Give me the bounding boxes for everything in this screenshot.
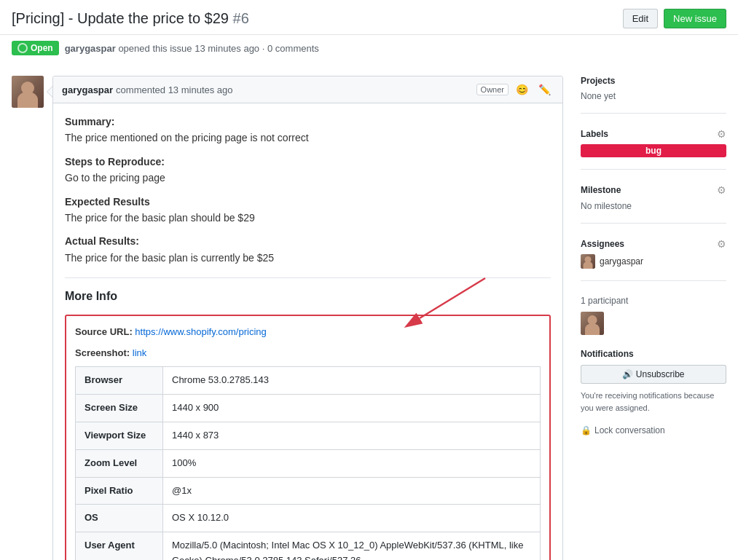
table-row: Zoom Level100%: [76, 449, 541, 477]
sidebar-milestone: Milestone ⚙ No milestone: [581, 184, 726, 224]
assignee-avatar-image: [581, 254, 595, 269]
new-issue-button[interactable]: New issue: [664, 9, 726, 28]
sidebar: Projects None yet Labels ⚙ bug Milestone…: [581, 76, 726, 560]
table-cell-value: @1x: [163, 477, 541, 505]
comment-author: garygaspar: [62, 84, 113, 95]
edit-button[interactable]: Edit: [623, 9, 658, 28]
labels-gear-icon[interactable]: ⚙: [717, 128, 726, 140]
table-cell-key: Screen Size: [76, 395, 163, 422]
owner-badge: Owner: [476, 84, 509, 95]
table-cell-value: 100%: [163, 449, 541, 477]
open-icon: [17, 43, 28, 53]
notifications-title: Notifications: [581, 349, 726, 359]
page-title: [Pricing] - Update the price to $29 #6: [12, 10, 249, 27]
header-buttons: Edit New issue: [623, 9, 726, 28]
edit-comment-button[interactable]: ✏️: [535, 82, 554, 97]
sidebar-projects: Projects None yet: [581, 76, 726, 114]
sidebar-assignees: Assignees ⚙ garygaspar: [581, 238, 726, 281]
issue-body: garygaspar commented 13 minutes ago Owne…: [12, 76, 563, 560]
table-cell-value: Chrome 53.0.2785.143: [163, 367, 541, 395]
participant-avatar: [581, 312, 604, 335]
milestone-gear-icon[interactable]: ⚙: [717, 184, 726, 196]
milestone-value: No milestone: [581, 201, 632, 211]
table-cell-value: Mozilla/5.0 (Macintosh; Intel Mac OS X 1…: [163, 532, 541, 560]
assignee-avatar: [581, 254, 595, 269]
assignees-header: Assignees ⚙: [581, 238, 726, 250]
comment-triangle: [47, 86, 52, 98]
issue-author: garygaspar opened this issue 13 minutes …: [65, 43, 319, 54]
table-cell-key: Browser: [76, 367, 163, 395]
assignee-name: garygaspar: [600, 256, 643, 267]
lock-conversation[interactable]: 🔒 Lock conversation: [581, 425, 726, 435]
page-header: [Pricing] - Update the price to $29 #6 E…: [0, 0, 738, 35]
table-row: User AgentMozilla/5.0 (Macintosh; Intel …: [76, 532, 541, 560]
projects-value: None yet: [581, 91, 616, 101]
avatar: [12, 76, 44, 108]
labels-title: Labels: [581, 129, 608, 139]
issue-meta: Open garygaspar opened this issue 13 min…: [0, 35, 738, 64]
main-content: garygaspar commented 13 minutes ago Owne…: [0, 64, 738, 560]
table-cell-value: 1440 x 900: [163, 395, 541, 422]
participant-avatar-image: [581, 312, 604, 335]
table-cell-key: Pixel Ratio: [76, 477, 163, 505]
table-cell-key: Zoom Level: [76, 449, 163, 477]
status-badge: Open: [12, 41, 59, 55]
summary-section: Summary: The price mentioned on the pric…: [65, 114, 551, 146]
emoji-button[interactable]: 😊: [513, 82, 531, 97]
table-row: Screen Size1440 x 900: [76, 395, 541, 422]
assignees-title: Assignees: [581, 239, 624, 249]
screenshot-field: Screenshot: link: [75, 346, 541, 361]
comment-time: commented 13 minutes ago: [116, 84, 232, 95]
table-cell-key: User Agent: [76, 532, 163, 560]
table-row: BrowserChrome 53.0.2785.143: [76, 367, 541, 395]
notifications-note: You're receiving notifications because y…: [581, 390, 726, 414]
comment-container: garygaspar commented 13 minutes ago Owne…: [52, 76, 563, 560]
table-row: OSOS X 10.12.0: [76, 505, 541, 532]
screenshot-link[interactable]: link: [133, 347, 147, 358]
comment-box: garygaspar commented 13 minutes ago Owne…: [12, 76, 563, 560]
bug-label-badge: bug: [581, 144, 726, 157]
table-row: Pixel Ratio@1x: [76, 477, 541, 505]
avatar-image: [12, 76, 44, 108]
sidebar-participants: 1 participant: [581, 296, 726, 337]
participant-count: 1 participant: [581, 296, 726, 306]
milestone-title: Milestone: [581, 185, 621, 195]
table-cell-key: Viewport Size: [76, 422, 163, 449]
assignees-gear-icon[interactable]: ⚙: [717, 238, 726, 250]
unsubscribe-button[interactable]: 🔊 Unsubscribe: [581, 365, 726, 384]
actual-section: Actual Results: The price for the basic …: [65, 233, 551, 266]
table-cell-key: OS: [76, 505, 163, 532]
comment-header-left: garygaspar commented 13 minutes ago: [62, 84, 233, 95]
comment-body: Summary: The price mentioned on the pric…: [53, 103, 562, 560]
expected-section: Expected Results The price for the basic…: [65, 194, 551, 226]
milestone-header: Milestone ⚙: [581, 184, 726, 196]
lock-icon: 🔒: [581, 425, 592, 435]
table-row: Viewport Size1440 x 873: [76, 422, 541, 449]
more-info-section: More Info: [65, 277, 551, 560]
highlighted-box: Source URL: https://www.shopify.com/pric…: [65, 315, 551, 560]
issue-number: #6: [233, 10, 249, 26]
labels-header: Labels ⚙: [581, 128, 726, 140]
comment-container-wrapper: garygaspar commented 13 minutes ago Owne…: [52, 76, 563, 560]
steps-section: Steps to Reproduce: Go to the pricing pa…: [65, 154, 551, 186]
info-table: BrowserChrome 53.0.2785.143Screen Size14…: [75, 366, 541, 560]
svg-line-1: [420, 278, 485, 318]
source-url-link[interactable]: https://www.shopify.com/pricing: [135, 326, 266, 337]
sidebar-labels: Labels ⚙ bug: [581, 128, 726, 170]
table-cell-value: OS X 10.12.0: [163, 505, 541, 532]
projects-header: Projects: [581, 76, 726, 86]
red-arrow-annotation: [361, 271, 507, 329]
comment-header: garygaspar commented 13 minutes ago Owne…: [53, 76, 562, 103]
sidebar-notifications: Notifications 🔊 Unsubscribe You're recei…: [581, 349, 726, 414]
comment-header-right: Owner 😊 ✏️: [476, 82, 554, 97]
projects-title: Projects: [581, 76, 615, 86]
table-cell-value: 1440 x 873: [163, 422, 541, 449]
assignee-item: garygaspar: [581, 254, 726, 269]
